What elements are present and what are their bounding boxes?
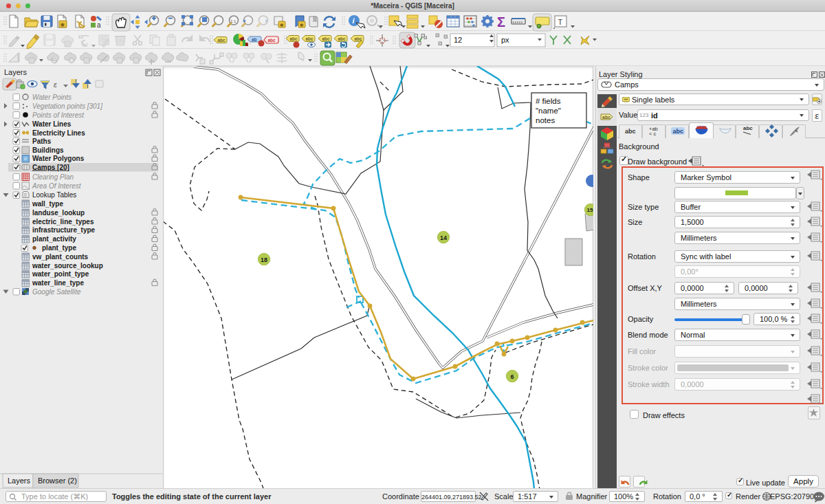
svg-text:abc: abc	[673, 128, 684, 135]
svg-text:ab: ab	[252, 37, 257, 42]
svg-text:Layers: Layers	[4, 68, 28, 76]
svg-text:✱: ✱	[280, 23, 284, 28]
svg-text:a: a	[97, 21, 101, 29]
svg-text:Google Satellite: Google Satellite	[32, 288, 81, 296]
svg-text:wall_type: wall_type	[32, 200, 63, 208]
svg-text:infrastructure_type: infrastructure_type	[32, 226, 96, 234]
svg-text:abc: abc	[743, 125, 753, 131]
svg-text:Paths: Paths	[32, 138, 52, 145]
svg-text:abc: abc	[268, 38, 276, 43]
svg-text:Buildings: Buildings	[32, 146, 64, 154]
svg-text:Water Lines: Water Lines	[32, 120, 72, 128]
svg-text:vw_plant_counts: vw_plant_counts	[32, 253, 89, 261]
svg-text:Camps [20]: Camps [20]	[32, 164, 69, 171]
svg-text:electric_line_types: electric_line_types	[32, 218, 94, 226]
svg-text:landuse_lookup: landuse_lookup	[32, 209, 85, 217]
svg-text:Water Polygons: Water Polygons	[32, 155, 85, 162]
svg-text:notes: notes	[536, 116, 555, 124]
svg-text:"name": "name"	[536, 107, 561, 115]
svg-text:Electricity Lines: Electricity Lines	[32, 129, 85, 137]
svg-text:18: 18	[261, 256, 267, 263]
svg-text:Browser (2): Browser (2)	[38, 476, 77, 485]
svg-text:Σ: Σ	[497, 14, 505, 30]
svg-text:T: T	[558, 18, 563, 26]
svg-text:12: 12	[454, 36, 462, 44]
svg-text:abc: abc	[625, 128, 636, 135]
svg-text:ε: ε	[54, 80, 57, 89]
svg-text:water_point_type: water_point_type	[32, 270, 89, 278]
svg-text:px: px	[501, 36, 509, 44]
svg-text:Area Of Interest: Area Of Interest	[32, 182, 82, 190]
svg-text:Clearing Plan: Clearing Plan	[32, 173, 74, 181]
svg-text:Water Points: Water Points	[32, 94, 72, 101]
svg-text:6: 6	[510, 373, 514, 380]
svg-text:✱: ✱	[60, 22, 65, 28]
svg-text:15: 15	[587, 207, 593, 213]
svg-text:plant_activity: plant_activity	[32, 235, 76, 243]
svg-text:water_source_lookup: water_source_lookup	[32, 262, 103, 270]
svg-text:Layers: Layers	[8, 476, 31, 485]
svg-text:water_line_type: water_line_type	[32, 279, 84, 287]
svg-text:✱: ✱	[300, 23, 304, 28]
svg-text:Points of Interest: Points of Interest	[32, 111, 85, 119]
svg-text:14: 14	[440, 234, 447, 241]
svg-text:Lookup Tables: Lookup Tables	[32, 191, 76, 199]
svg-text:1:1: 1:1	[230, 19, 236, 23]
svg-text:Vegetation points [301]: Vegetation points [301]	[32, 102, 102, 110]
svg-text:abc: abc	[602, 115, 610, 120]
svg-text:# fields: # fields	[536, 97, 561, 105]
svg-text:< c: < c	[649, 131, 656, 137]
svg-text:plant_type: plant_type	[42, 244, 76, 252]
